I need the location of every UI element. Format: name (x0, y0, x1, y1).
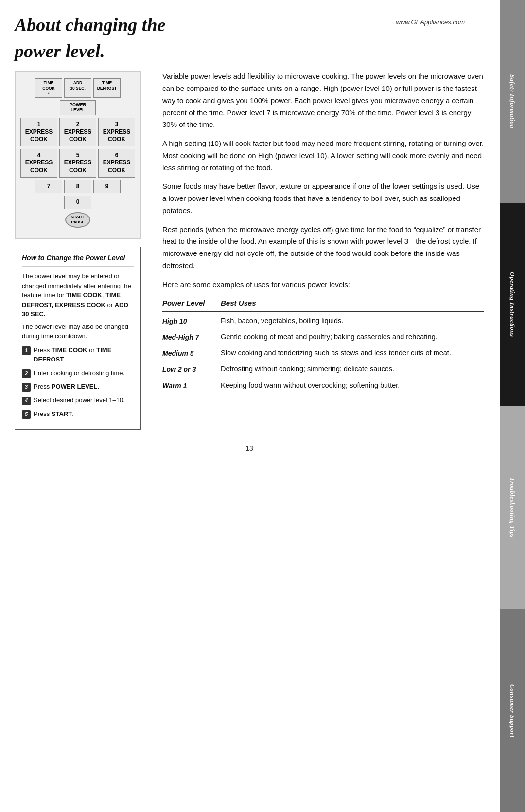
power-table-rows: High 10 Fish, bacon, vegetables, boiling… (162, 316, 484, 391)
keypad-row-power: POWER LEVEL (20, 100, 135, 115)
step-2: 2 Enter cooking or defrosting time. (22, 369, 134, 378)
title-line2: power level. (15, 41, 484, 62)
key-start-pause[interactable]: START PAUSE (65, 212, 90, 228)
key-2[interactable]: 2 EXPRESS COOK (59, 118, 96, 146)
main-para-4: Rest periods (when the microwave energy … (162, 224, 484, 272)
power-level-label: Med-High 7 (162, 332, 211, 343)
keypad-row-456: 4 EXPRESS COOK 5 EXPRESS COOK 6 EXPRESS … (20, 149, 135, 178)
power-row: Medium 5 Slow cooking and tenderizing su… (162, 348, 484, 359)
key-4[interactable]: 4 EXPRESS COOK (20, 149, 57, 178)
key-6[interactable]: 6 EXPRESS COOK (98, 149, 135, 178)
how-to-intro2: The power level may also be changed duri… (22, 322, 134, 341)
main-para-3: Some foods may have better flavor, textu… (162, 180, 484, 217)
power-row: High 10 Fish, bacon, vegetables, boiling… (162, 316, 484, 327)
power-row: Med-High 7 Gentle cooking of meat and po… (162, 332, 484, 343)
website-url: www.GEAppliances.com (396, 18, 465, 26)
sidebar-tabs: Safety Information Operating Instruction… (500, 0, 525, 812)
power-level-label: Warm 1 (162, 380, 211, 392)
page-number: 13 (15, 444, 484, 452)
right-column: Variable power levels add flexibility to… (162, 71, 484, 429)
key-0[interactable]: 0 (64, 196, 91, 209)
sidebar-tab-troubleshooting[interactable]: Troubleshooting Tips (500, 406, 525, 609)
key-add-30sec[interactable]: ADD 30 SEC. (64, 78, 91, 97)
power-uses-text: Fish, bacon, vegetables, boiling liquids… (221, 316, 484, 326)
keypad-row-1: TIME COOK ▲ ADD 30 SEC. TIME DEFROST (20, 78, 135, 97)
left-column: TIME COOK ▲ ADD 30 SEC. TIME DEFROST (15, 71, 151, 429)
content-layout: TIME COOK ▲ ADD 30 SEC. TIME DEFROST (15, 71, 484, 429)
power-table-header: Power Level Best Uses (162, 297, 484, 312)
how-to-intro1: The power level may be entered or change… (22, 271, 134, 319)
power-level-label: Low 2 or 3 (162, 364, 211, 375)
power-table: Power Level Best Uses High 10 Fish, baco… (162, 297, 484, 391)
keypad-row-0: 0 (20, 196, 135, 209)
step-1: 1 Press TIME COOK or TIME DEFROST. (22, 346, 134, 364)
sidebar-tab-safety[interactable]: Safety Information (500, 0, 525, 203)
power-uses-text: Defrosting without cooking; simmering; d… (221, 364, 484, 375)
power-uses-text: Gentle cooking of meat and poultry; baki… (221, 332, 484, 343)
key-5[interactable]: 5 EXPRESS COOK (59, 149, 96, 178)
keypad-row-123: 1 EXPRESS COOK 2 EXPRESS COOK 3 EXPRESS … (20, 118, 135, 146)
how-to-box: How to Change the Power Level The power … (15, 247, 141, 430)
power-level-label: High 10 (162, 316, 211, 327)
main-para-1: Variable power levels add flexibility to… (162, 71, 484, 131)
keypad-row-start: START PAUSE (20, 212, 135, 228)
header-power-level: Power Level (162, 297, 211, 309)
step-4: 4 Select desired power level 1–10. (22, 396, 134, 405)
key-3[interactable]: 3 EXPRESS COOK (98, 118, 135, 146)
sidebar-tab-operating[interactable]: Operating Instructions (500, 203, 525, 406)
key-time-cook[interactable]: TIME COOK ▲ (35, 78, 62, 97)
power-uses-text: Keeping food warm without overcooking; s… (221, 380, 484, 391)
key-8[interactable]: 8 (64, 180, 91, 194)
key-7[interactable]: 7 (35, 180, 62, 194)
sidebar-tab-consumer[interactable]: Consumer Support (500, 609, 525, 812)
power-uses-text: Slow cooking and tenderizing such as ste… (221, 348, 484, 359)
main-content: About changing the power level. www.GEAp… (0, 0, 499, 467)
main-para-5: Here are some examples of uses for vario… (162, 279, 484, 291)
keypad-illustration: TIME COOK ▲ ADD 30 SEC. TIME DEFROST (15, 71, 141, 238)
step-3: 3 Press POWER LEVEL. (22, 382, 134, 392)
main-para-2: A high setting (10) will cook faster but… (162, 138, 484, 174)
how-to-title: How to Change the Power Level (22, 253, 134, 264)
key-1[interactable]: 1 EXPRESS COOK (20, 118, 57, 146)
step-5: 5 Press START. (22, 410, 134, 419)
divider (22, 266, 134, 267)
power-row: Warm 1 Keeping food warm without overcoo… (162, 380, 484, 392)
power-row: Low 2 or 3 Defrosting without cooking; s… (162, 364, 484, 375)
key-time-defrost[interactable]: TIME DEFROST (93, 78, 121, 97)
key-9[interactable]: 9 (93, 180, 121, 194)
header-best-uses: Best Uses (221, 297, 484, 309)
power-level-label: Medium 5 (162, 348, 211, 359)
keypad-row-789: 7 8 9 (20, 180, 135, 194)
key-power-level[interactable]: POWER LEVEL (60, 100, 96, 115)
